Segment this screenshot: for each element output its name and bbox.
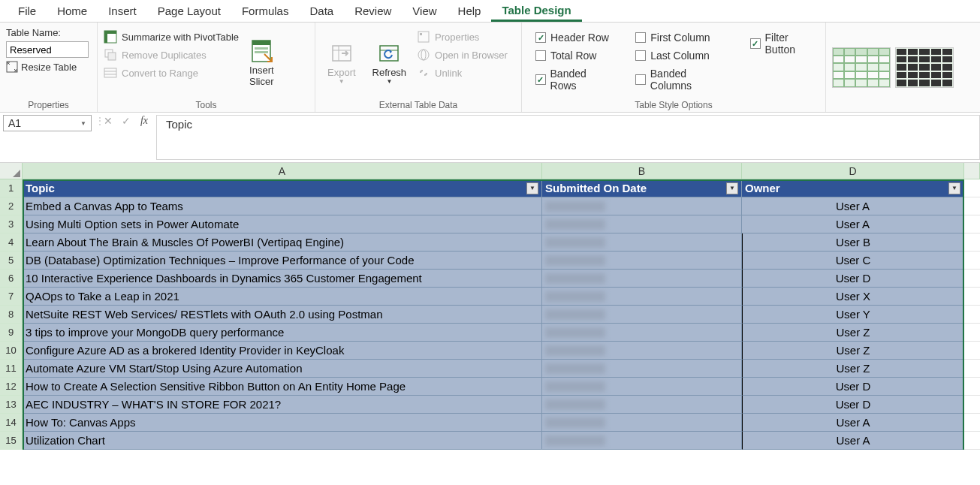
cell[interactable]: 3 tips to improve your MongoDB query per…	[23, 324, 542, 342]
cell[interactable]	[964, 197, 980, 215]
tab-data[interactable]: Data	[299, 2, 344, 20]
row-header[interactable]: 15	[0, 432, 23, 450]
cell[interactable]	[542, 215, 742, 233]
cell[interactable]: User A	[742, 215, 964, 233]
tab-page-layout[interactable]: Page Layout	[147, 2, 231, 20]
row-header[interactable]: 14	[0, 414, 23, 432]
cell[interactable]	[964, 270, 980, 288]
accept-formula-button[interactable]: ✓	[117, 115, 135, 127]
row-header[interactable]: 2	[0, 197, 23, 215]
cell[interactable]: Automate Azure VM Start/Stop Using Azure…	[23, 360, 542, 378]
tab-home[interactable]: Home	[47, 2, 98, 20]
row-header[interactable]: 4	[0, 233, 23, 252]
cell[interactable]	[542, 396, 742, 414]
cell[interactable]	[964, 215, 980, 233]
cell[interactable]: User A	[742, 197, 964, 215]
cell[interactable]: DB (Database) Optimization Techniques – …	[23, 252, 542, 270]
filter-button-checkbox[interactable]: Filter Button	[750, 32, 819, 56]
cell[interactable]	[964, 306, 980, 324]
tab-help[interactable]: Help	[448, 2, 492, 20]
cell[interactable]: User A	[742, 432, 964, 450]
remove-duplicates-button[interactable]: Remove Duplicates	[104, 48, 239, 62]
cell[interactable]: How to Create A Selection Sensitive Ribb…	[23, 378, 542, 396]
cell[interactable]: User B	[742, 233, 964, 252]
table-name-input[interactable]	[6, 41, 89, 58]
cell[interactable]	[964, 179, 980, 197]
cell[interactable]	[964, 414, 980, 432]
row-header[interactable]: 5	[0, 252, 23, 270]
cell[interactable]	[964, 360, 980, 378]
row-header[interactable]: 9	[0, 324, 23, 342]
filter-dropdown-icon[interactable]: ▼	[948, 182, 960, 194]
filter-dropdown-icon[interactable]: ▼	[526, 182, 538, 194]
cell[interactable]	[542, 197, 742, 215]
cell[interactable]	[964, 288, 980, 306]
cell[interactable]	[542, 233, 742, 252]
cell[interactable]: 10 Interactive Experience Dashboards in …	[23, 270, 542, 288]
cell[interactable]: Topic▼	[23, 179, 542, 197]
cell[interactable]: User D	[742, 270, 964, 288]
cell[interactable]	[542, 252, 742, 270]
cell[interactable]: User Y	[742, 306, 964, 324]
resize-table-button[interactable]: Resize Table	[6, 61, 89, 73]
unlink-button[interactable]: Unlink	[417, 66, 508, 80]
cell[interactable]: Learn About The Brain & Muscles Of Power…	[23, 233, 542, 252]
cell[interactable]	[542, 288, 742, 306]
cell[interactable]: User Z	[742, 360, 964, 378]
cell[interactable]	[964, 342, 980, 360]
cell[interactable]	[542, 432, 742, 450]
row-header[interactable]: 1	[0, 179, 23, 197]
column-header-empty[interactable]	[964, 163, 980, 179]
cell[interactable]	[542, 324, 742, 342]
cell[interactable]: NetSuite REST Web Services/ RESTlets wit…	[23, 306, 542, 324]
total-row-checkbox[interactable]: Total Row	[535, 50, 613, 62]
cell[interactable]: User Z	[742, 324, 964, 342]
cell[interactable]	[542, 306, 742, 324]
cell[interactable]	[964, 432, 980, 450]
tab-file[interactable]: File	[8, 2, 47, 20]
banded-columns-checkbox[interactable]: Banded Columns	[635, 68, 728, 92]
last-column-checkbox[interactable]: Last Column	[635, 50, 728, 62]
cell[interactable]: User Z	[742, 342, 964, 360]
cell[interactable]	[542, 360, 742, 378]
row-header[interactable]: 12	[0, 378, 23, 396]
insert-slicer-button[interactable]: Insert Slicer	[243, 27, 280, 98]
fx-button[interactable]: fx	[135, 115, 153, 127]
cell[interactable]: QAOps to Take a Leap in 2021	[23, 288, 542, 306]
cell[interactable]	[964, 252, 980, 270]
cell[interactable]: Submitted On Date▼	[542, 179, 742, 197]
cell[interactable]: Configure Azure AD as a brokered Identit…	[23, 342, 542, 360]
table-style-thumb-1[interactable]	[832, 47, 891, 88]
column-header-a[interactable]: A	[23, 163, 542, 179]
cell[interactable]	[964, 378, 980, 396]
row-header[interactable]: 13	[0, 396, 23, 414]
row-header[interactable]: 3	[0, 215, 23, 233]
cancel-formula-button[interactable]: ✕	[99, 115, 117, 127]
refresh-button[interactable]: Refresh ▼	[366, 27, 413, 98]
header-row-checkbox[interactable]: Header Row	[535, 32, 613, 44]
banded-rows-checkbox[interactable]: Banded Rows	[535, 68, 613, 92]
column-header-b[interactable]: B	[542, 163, 742, 179]
name-box-dropdown-icon[interactable]: ▼	[80, 120, 86, 127]
tab-view[interactable]: View	[402, 2, 447, 20]
cell[interactable]	[542, 270, 742, 288]
select-all-button[interactable]	[0, 163, 23, 179]
cell[interactable]: Utilization Chart	[23, 432, 542, 450]
row-header[interactable]: 11	[0, 360, 23, 378]
cell[interactable]: AEC INDUSTRY – WHAT'S IN STORE FOR 2021?	[23, 396, 542, 414]
row-header[interactable]: 10	[0, 342, 23, 360]
name-box[interactable]: A1 ▼	[3, 115, 92, 131]
cell[interactable]: User C	[742, 252, 964, 270]
table-style-thumb-2[interactable]	[895, 47, 954, 88]
column-header-d[interactable]: D	[742, 163, 964, 179]
export-button[interactable]: Export ▼	[321, 27, 362, 98]
cell[interactable]	[542, 342, 742, 360]
first-column-checkbox[interactable]: First Column	[635, 32, 728, 44]
cell[interactable]: User A	[742, 414, 964, 432]
filter-dropdown-icon[interactable]: ▼	[726, 182, 738, 194]
cell[interactable]: Embed a Canvas App to Teams	[23, 197, 542, 215]
tab-review[interactable]: Review	[344, 2, 402, 20]
row-header[interactable]: 6	[0, 270, 23, 288]
cell[interactable]	[964, 233, 980, 252]
open-browser-button[interactable]: Open in Browser	[417, 48, 508, 62]
